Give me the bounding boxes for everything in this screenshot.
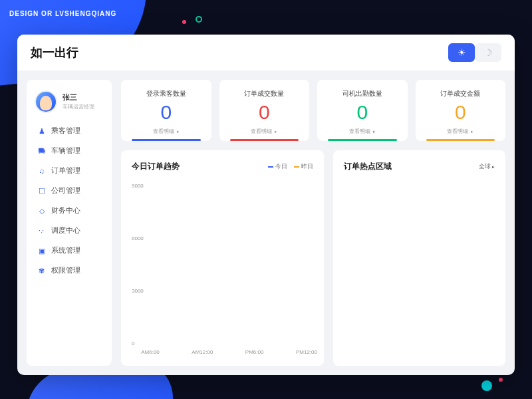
app-window: 如一出行 ☀ ☽ 张三 车辆运营经理 ♟乘客管理⛟车辆管理♫订单管理☐公司管理◇… [17, 35, 515, 375]
main-content: 登录乘客数量0查看明细 ▸订单成交数量0查看明细 ▸司机出勤数量0查看明细 ▸订… [121, 80, 505, 366]
finance-icon: ◇ [37, 207, 46, 215]
nav-label: 乘客管理 [51, 126, 80, 136]
moon-icon: ☽ [484, 47, 493, 58]
nav-label: 调度中心 [51, 226, 80, 235]
stat-card-0: 登录乘客数量0查看明细 ▸ [121, 80, 211, 141]
nav-label: 系统管理 [51, 246, 80, 255]
theme-toggle: ☀ ☽ [448, 43, 501, 62]
stat-accent [132, 139, 201, 141]
chevron-down-icon: ▸ [492, 164, 495, 169]
stat-title: 订单成交数量 [226, 89, 303, 98]
company-icon: ☐ [37, 187, 46, 196]
x-tick: AM6:00 [141, 349, 160, 355]
user-name: 张三 [63, 93, 94, 102]
y-tick: 3000 [132, 288, 144, 294]
y-tick: 9000 [132, 183, 144, 189]
stat-title: 订单成交金额 [422, 89, 499, 98]
permission-icon: ✾ [37, 267, 46, 275]
trend-card: 今日订单趋势 今日昨日 0300060009000AM6:00AM12:00PM… [121, 150, 324, 366]
stat-detail-link[interactable]: 查看明细 ▸ [251, 128, 277, 135]
nav-item-2[interactable]: ♫订单管理 [35, 162, 104, 180]
trend-chart: 0300060009000AM6:00AM12:00PM6:00PM12:00 [132, 179, 313, 355]
nav-label: 权限管理 [51, 266, 80, 275]
trend-title: 今日订单趋势 [132, 161, 180, 172]
charts-row: 今日订单趋势 今日昨日 0300060009000AM6:00AM12:00PM… [121, 150, 505, 366]
nav-list: ♟乘客管理⛟车辆管理♫订单管理☐公司管理◇财务中心⸪调度中心▣系统管理✾权限管理 [35, 122, 104, 279]
dark-mode-button[interactable]: ☽ [475, 43, 501, 62]
stat-value: 0 [324, 102, 401, 122]
system-icon: ▣ [37, 247, 46, 255]
stat-card-2: 司机出勤数量0查看明细 ▸ [317, 80, 408, 141]
nav-item-4[interactable]: ◇财务中心 [35, 202, 104, 219]
nav-item-6[interactable]: ▣系统管理 [35, 242, 104, 259]
nav-label: 订单管理 [51, 166, 80, 176]
x-tick: AM12:00 [192, 349, 213, 355]
nav-label: 车辆管理 [51, 146, 80, 156]
hotspot-title: 订单热点区域 [344, 161, 392, 172]
stats-row: 登录乘客数量0查看明细 ▸订单成交数量0查看明细 ▸司机出勤数量0查看明细 ▸订… [121, 80, 505, 141]
hotspot-map [344, 179, 495, 355]
nav-item-0[interactable]: ♟乘客管理 [35, 122, 104, 140]
nav-item-1[interactable]: ⛟车辆管理 [35, 142, 104, 160]
avatar [35, 90, 57, 113]
legend-item: 昨日 [294, 162, 313, 171]
order-icon: ♫ [37, 167, 46, 176]
nav-item-7[interactable]: ✾权限管理 [35, 262, 104, 279]
user-block[interactable]: 张三 车辆运营经理 [35, 90, 104, 113]
nav-item-5[interactable]: ⸪调度中心 [35, 222, 104, 239]
hotspot-scope[interactable]: 全球▸ [479, 162, 495, 171]
y-tick: 0 [132, 340, 134, 346]
sidebar: 张三 车辆运营经理 ♟乘客管理⛟车辆管理♫订单管理☐公司管理◇财务中心⸪调度中心… [27, 80, 112, 366]
brand-title: 如一出行 [31, 45, 78, 61]
stat-accent [328, 139, 397, 141]
stat-value: 0 [422, 102, 499, 122]
light-mode-button[interactable]: ☀ [448, 43, 475, 62]
stat-detail-link[interactable]: 查看明细 ▸ [349, 128, 376, 135]
nav-label: 财务中心 [51, 206, 80, 215]
x-tick: PM6:00 [245, 349, 264, 355]
topbar: 如一出行 ☀ ☽ [17, 35, 515, 70]
stat-title: 登录乘客数量 [128, 89, 205, 98]
x-tick: PM12:00 [296, 349, 317, 355]
stat-card-1: 订单成交数量0查看明细 ▸ [219, 80, 310, 141]
user-role: 车辆运营经理 [63, 103, 94, 110]
stat-detail-link[interactable]: 查看明细 ▸ [153, 128, 180, 135]
nav-item-3[interactable]: ☐公司管理 [35, 182, 104, 200]
stat-card-3: 订单成交金额0查看明细 ▸ [416, 80, 506, 141]
nav-label: 公司管理 [51, 186, 80, 196]
stat-accent [426, 139, 495, 141]
sun-icon: ☀ [458, 47, 466, 58]
watermark: DESIGN OR LVSHENGQIANG [9, 9, 116, 18]
stat-value: 0 [226, 102, 303, 122]
hotspot-card: 订单热点区域 全球▸ [333, 150, 505, 366]
stat-title: 司机出勤数量 [324, 89, 401, 98]
stat-accent [230, 139, 299, 141]
dispatch-icon: ⸪ [37, 227, 46, 235]
y-tick: 6000 [132, 235, 144, 241]
trend-legend: 今日昨日 [268, 162, 313, 171]
car-icon: ⛟ [37, 147, 46, 156]
stat-detail-link[interactable]: 查看明细 ▸ [447, 128, 473, 135]
stat-value: 0 [128, 102, 205, 122]
legend-item: 今日 [268, 162, 287, 171]
user-icon: ♟ [37, 127, 46, 136]
